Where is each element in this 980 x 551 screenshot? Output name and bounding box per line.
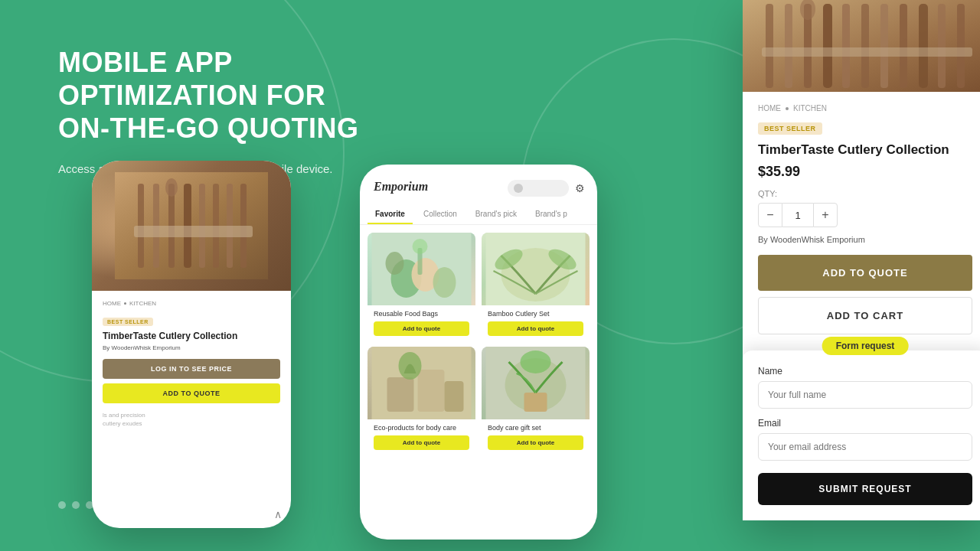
svg-rect-46 bbox=[957, 4, 965, 88]
phone3-product-image bbox=[743, 0, 980, 92]
phone1-login-btn[interactable]: LOG IN TO SEE PRICE bbox=[103, 359, 280, 379]
phone3-qty-controls: − 1 + bbox=[758, 203, 838, 227]
phone2-eco-body: Eco-products for body care Add to quote bbox=[368, 419, 475, 455]
phone2-eco-btn[interactable]: Add to quote bbox=[374, 435, 469, 450]
phone2-card-eco: Eco-products for body care Add to quote bbox=[368, 347, 475, 455]
add-to-cart-button[interactable]: ADD TO CART bbox=[758, 297, 972, 334]
svg-rect-35 bbox=[766, 4, 773, 88]
phone2-eco-title: Eco-products for body care bbox=[374, 424, 469, 432]
phone3-price: $35.99 bbox=[758, 164, 972, 180]
svg-rect-31 bbox=[524, 393, 547, 412]
phone3-qty-label: QTY: bbox=[758, 189, 972, 198]
search-pill[interactable] bbox=[508, 180, 569, 197]
svg-point-16 bbox=[433, 267, 456, 298]
qty-minus-btn[interactable]: − bbox=[758, 203, 782, 227]
phone2-body-image bbox=[482, 347, 590, 419]
svg-rect-40 bbox=[842, 4, 850, 88]
phone1-quote-btn[interactable]: ADD TO QUOTE bbox=[103, 383, 280, 403]
svg-rect-27 bbox=[445, 381, 464, 412]
filter-icon[interactable]: ⚙ bbox=[575, 182, 585, 194]
phone2-header-right: ⚙ bbox=[508, 180, 585, 197]
email-input[interactable] bbox=[758, 433, 972, 461]
phone2-card-bags: Reusable Food Bags Add to quote bbox=[368, 233, 475, 341]
phone-mockup-3: HOME KITCHEN BEST SELLER TimberTaste Cut… bbox=[743, 0, 980, 520]
phone2-header: Emporium ⚙ bbox=[360, 165, 597, 205]
add-to-quote-button[interactable]: ADD TO QUOTE bbox=[758, 255, 972, 291]
phone2-cutlery-image bbox=[482, 233, 590, 305]
svg-rect-47 bbox=[762, 47, 972, 57]
submit-request-btn[interactable]: SUBMIT REQUEST bbox=[758, 473, 972, 505]
phone3-product-title: TimberTaste Cutlery Collection bbox=[758, 142, 972, 158]
svg-rect-39 bbox=[823, 4, 832, 88]
phone2-bags-image bbox=[368, 233, 475, 305]
phone1-by-line: By WoodenWhisk Emporium bbox=[103, 344, 280, 351]
phone2-tabs: Favorite Collection Brand's pick Brand's… bbox=[360, 205, 597, 225]
name-input[interactable] bbox=[758, 381, 972, 409]
phone-mockup-1: HOME KITCHEN BEST SELLER TimberTaste Cut… bbox=[92, 161, 291, 528]
phone2-product-grid: Reusable Food Bags Add to quote bbox=[360, 233, 597, 455]
phone1-preview-text: ls and precision cutlery exudes bbox=[103, 411, 280, 428]
tab-collection[interactable]: Collection bbox=[416, 205, 465, 224]
email-field-group: Email bbox=[758, 418, 972, 461]
main-heading: MOBILE APP OPTIMIZATION FOR ON-THE-GO QU… bbox=[58, 46, 380, 145]
dot-2[interactable] bbox=[72, 501, 80, 509]
phone2-eco-image bbox=[368, 347, 475, 419]
phone2-cutlery-body: Bamboo Cutlery Set Add to quote bbox=[482, 305, 590, 341]
svg-point-5 bbox=[165, 178, 178, 197]
phone3-breadcrumb-sep bbox=[786, 107, 789, 110]
qty-value: 1 bbox=[782, 203, 813, 227]
form-request-tab[interactable]: Form request bbox=[822, 337, 909, 355]
svg-rect-43 bbox=[900, 4, 907, 88]
emporium-logo: Emporium bbox=[372, 177, 433, 199]
hero-text-block: MOBILE APP OPTIMIZATION FOR ON-THE-GO QU… bbox=[58, 46, 380, 178]
phone3-body: HOME KITCHEN BEST SELLER TimberTaste Cut… bbox=[743, 92, 980, 347]
qty-plus-btn[interactable]: + bbox=[813, 203, 838, 227]
form-request-overlay: Form request Name Email SUBMIT REQUEST bbox=[743, 350, 980, 520]
svg-rect-41 bbox=[861, 4, 869, 88]
tab-brands-extra[interactable]: Brand's p bbox=[528, 205, 575, 224]
phone2-body-title: Body care gift set bbox=[488, 424, 583, 432]
svg-rect-36 bbox=[785, 4, 792, 88]
cutlery-image-svg bbox=[115, 172, 268, 279]
svg-rect-44 bbox=[919, 4, 928, 88]
tab-favorite[interactable]: Favorite bbox=[368, 205, 413, 224]
phone3-badge: BEST SELLER bbox=[758, 122, 822, 135]
phone2-card-body: Body care gift set Add to quote bbox=[482, 347, 590, 455]
phone2-card-cutlery: Bamboo Cutlery Set Add to quote bbox=[482, 233, 590, 341]
svg-point-17 bbox=[386, 252, 404, 275]
name-label: Name bbox=[758, 366, 972, 377]
svg-rect-42 bbox=[880, 4, 888, 88]
phone2-bags-btn[interactable]: Add to quote bbox=[374, 321, 469, 336]
phone1-badge: BEST SELLER bbox=[103, 318, 153, 326]
phone1-product-title: TimberTaste Cutlery Collection bbox=[103, 331, 280, 341]
svg-rect-45 bbox=[938, 4, 946, 88]
phone1-chevron[interactable]: ∧ bbox=[274, 508, 282, 520]
search-pill-icon bbox=[514, 184, 523, 193]
phone2-body-btn[interactable]: Add to quote bbox=[488, 435, 583, 450]
phone3-by-line: By WoodenWhisk Emporium bbox=[758, 235, 972, 244]
svg-point-19 bbox=[413, 239, 428, 254]
phone-mockup-2: Emporium ⚙ Favorite Collection Brand's p… bbox=[360, 165, 597, 540]
phone2-bags-body: Reusable Food Bags Add to quote bbox=[368, 305, 475, 341]
svg-rect-11 bbox=[134, 226, 253, 237]
email-label: Email bbox=[758, 418, 972, 429]
phone1-breadcrumb: HOME KITCHEN bbox=[103, 300, 280, 307]
phone2-cutlery-btn[interactable]: Add to quote bbox=[488, 321, 583, 336]
phone2-body-care-body: Body care gift set Add to quote bbox=[482, 419, 590, 455]
phone3-home: HOME bbox=[758, 104, 781, 112]
phone2-cutlery-title: Bamboo Cutlery Set bbox=[488, 310, 583, 318]
phone1-product-image bbox=[92, 161, 291, 291]
dot-1[interactable] bbox=[58, 501, 66, 509]
name-field-group: Name bbox=[758, 366, 972, 409]
tab-brands-pick[interactable]: Brand's pick bbox=[468, 205, 524, 224]
svg-point-32 bbox=[521, 350, 551, 373]
phone3-kitchen: KITCHEN bbox=[793, 104, 827, 112]
phone2-bags-title: Reusable Food Bags bbox=[374, 310, 469, 318]
phone3-qty-section: QTY: − 1 + bbox=[758, 189, 972, 227]
svg-rect-25 bbox=[387, 377, 414, 412]
svg-rect-26 bbox=[418, 370, 445, 412]
svg-text:Emporium: Emporium bbox=[373, 180, 428, 194]
phone3-breadcrumb: HOME KITCHEN bbox=[758, 104, 972, 112]
phone1-body: HOME KITCHEN BEST SELLER TimberTaste Cut… bbox=[92, 291, 291, 437]
